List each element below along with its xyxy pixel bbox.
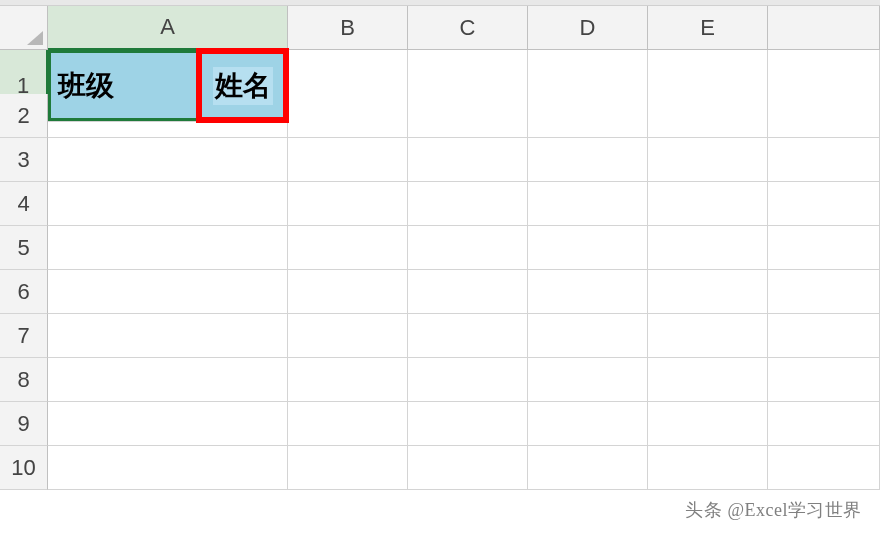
cell-f7[interactable] — [768, 314, 880, 358]
row-header-5[interactable]: 5 — [0, 226, 48, 270]
cell-d7[interactable] — [528, 314, 648, 358]
cell-b5[interactable] — [288, 226, 408, 270]
cell-b3[interactable] — [288, 138, 408, 182]
select-all-corner[interactable] — [0, 6, 48, 50]
cell-e7[interactable] — [648, 314, 768, 358]
cell-a1-left-text: 班级 — [48, 50, 198, 121]
spreadsheet-grid: A B C D E 1 班级 姓名 2 3 4 5 — [0, 6, 880, 490]
cell-a9[interactable] — [48, 402, 288, 446]
cell-f9[interactable] — [768, 402, 880, 446]
cell-d3[interactable] — [528, 138, 648, 182]
watermark-text: 头条 @Excel学习世界 — [685, 498, 862, 522]
column-header-c[interactable]: C — [408, 6, 528, 50]
cell-f2[interactable] — [768, 94, 880, 138]
cell-d6[interactable] — [528, 270, 648, 314]
cell-a1-right-text: 姓名 — [198, 50, 287, 121]
row-header-3[interactable]: 3 — [0, 138, 48, 182]
cell-f8[interactable] — [768, 358, 880, 402]
cell-b9[interactable] — [288, 402, 408, 446]
cell-d4[interactable] — [528, 182, 648, 226]
column-header-f[interactable] — [768, 6, 880, 50]
cell-c10[interactable] — [408, 446, 528, 490]
cell-b4[interactable] — [288, 182, 408, 226]
cell-e3[interactable] — [648, 138, 768, 182]
cell-a7[interactable] — [48, 314, 288, 358]
row-header-10[interactable]: 10 — [0, 446, 48, 490]
cell-c5[interactable] — [408, 226, 528, 270]
cell-a4[interactable] — [48, 182, 288, 226]
cell-d10[interactable] — [528, 446, 648, 490]
row-header-4[interactable]: 4 — [0, 182, 48, 226]
cell-c7[interactable] — [408, 314, 528, 358]
cell-b2[interactable] — [288, 94, 408, 138]
column-header-b[interactable]: B — [288, 6, 408, 50]
cell-a1[interactable]: 班级 姓名 — [48, 50, 288, 122]
column-header-a[interactable]: A — [48, 6, 288, 50]
column-header-e[interactable]: E — [648, 6, 768, 50]
cell-c3[interactable] — [408, 138, 528, 182]
cell-d8[interactable] — [528, 358, 648, 402]
cell-e5[interactable] — [648, 226, 768, 270]
cell-f6[interactable] — [768, 270, 880, 314]
cell-d9[interactable] — [528, 402, 648, 446]
cell-a8[interactable] — [48, 358, 288, 402]
row-header-9[interactable]: 9 — [0, 402, 48, 446]
cell-d5[interactable] — [528, 226, 648, 270]
cell-c2[interactable] — [408, 94, 528, 138]
cell-b7[interactable] — [288, 314, 408, 358]
cell-c8[interactable] — [408, 358, 528, 402]
column-header-d[interactable]: D — [528, 6, 648, 50]
cell-e4[interactable] — [648, 182, 768, 226]
cell-a5[interactable] — [48, 226, 288, 270]
cell-e8[interactable] — [648, 358, 768, 402]
cell-c4[interactable] — [408, 182, 528, 226]
row-header-2[interactable]: 2 — [0, 94, 48, 138]
cell-f5[interactable] — [768, 226, 880, 270]
cell-c6[interactable] — [408, 270, 528, 314]
cell-f3[interactable] — [768, 138, 880, 182]
row-header-8[interactable]: 8 — [0, 358, 48, 402]
cell-f4[interactable] — [768, 182, 880, 226]
cell-b6[interactable] — [288, 270, 408, 314]
row-header-7[interactable]: 7 — [0, 314, 48, 358]
row-header-6[interactable]: 6 — [0, 270, 48, 314]
cell-a6[interactable] — [48, 270, 288, 314]
cell-b8[interactable] — [288, 358, 408, 402]
cell-b10[interactable] — [288, 446, 408, 490]
cell-e6[interactable] — [648, 270, 768, 314]
cell-c9[interactable] — [408, 402, 528, 446]
cell-e2[interactable] — [648, 94, 768, 138]
cell-a10[interactable] — [48, 446, 288, 490]
cell-e9[interactable] — [648, 402, 768, 446]
cell-a3[interactable] — [48, 138, 288, 182]
cell-e10[interactable] — [648, 446, 768, 490]
cell-f10[interactable] — [768, 446, 880, 490]
cell-d2[interactable] — [528, 94, 648, 138]
